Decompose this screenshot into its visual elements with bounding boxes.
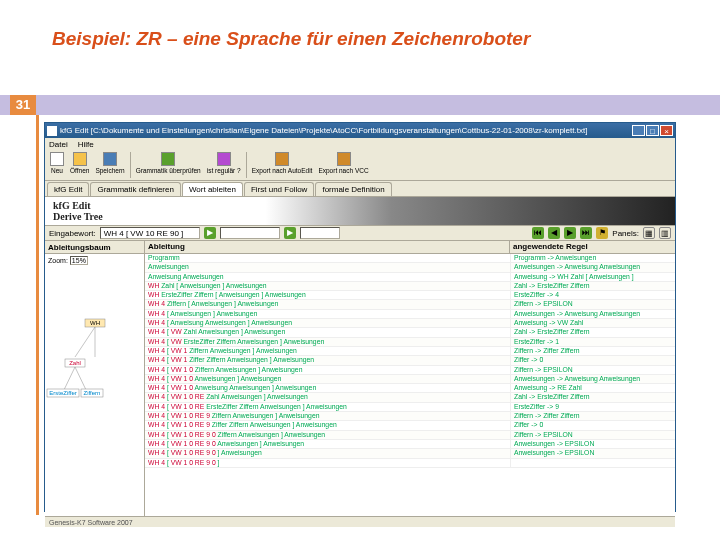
neu-icon [50,152,64,166]
svg-text:ErsteZiffer: ErsteZiffer [49,390,77,396]
panel-toggle-2[interactable]: ▥ [659,227,671,239]
menu-datei[interactable]: Datei [49,140,68,149]
ableitung-cell: WH 4 [ VW 1 Ziffern Anweisungen ] Anweis… [145,347,510,355]
regel-cell: Anweisung -> RE Zahl [510,384,675,392]
regel-cell: Zahl -> ErsteZiffer Ziffern [510,328,675,336]
table-row[interactable]: WH 4 Ziffern [ Anweisungen ] Anweisungen… [145,300,675,309]
tab-kfg-edit[interactable]: kfG Edit [47,182,89,196]
panels-label: Panels: [612,229,639,238]
table-row[interactable]: ProgrammProgramm -> Anweisungen [145,254,675,263]
close-button[interactable]: × [660,125,673,136]
toolbar-export-nach-autoedit[interactable]: Export nach AutoEdit [249,152,316,174]
regel-cell: Anweisungen -> Anweisung Anweisungen [510,310,675,318]
regel-header: angewendete Regel [510,241,675,253]
toolbar-speichern[interactable]: Speichern [92,152,127,174]
ableitung-cell: WH 4 [ VW 1 0 Anweisungen ] Anweisungen [145,375,510,383]
table-row[interactable]: WH Zahl [ Anweisungen ] AnweisungenZahl … [145,282,675,291]
ableitung-cell: WH 4 [ VW 1 0 RE 9 Ziffern Anweisungen ]… [145,412,510,420]
tab-wort-ableiten[interactable]: Wort ableiten [182,182,243,196]
-ffnen-icon [73,152,87,166]
table-row[interactable]: WH 4 [ VW 1 0 Anweisung Anweisungen ] An… [145,384,675,393]
tree-header: Ableitungsbaum [48,243,111,252]
toolbar-label: Neu [51,167,63,174]
eingabewort-input[interactable]: WH 4 [ VW 10 RE 90 ] [100,227,200,239]
ableitung-cell: WH 4 [ VW 1 0 RE 9 0 ] [145,459,510,467]
toolbar-label: Grammatik überprüfen [136,167,201,174]
minimize-button[interactable]: _ [632,125,645,136]
tab-grammatik-definieren[interactable]: Grammatik definieren [90,182,180,196]
table-row[interactable]: WH 4 [ VW 1 Ziffer Ziffern Anweisungen ]… [145,356,675,365]
table-row[interactable]: WH 4 [ Anweisung Anweisungen ] Anweisung… [145,319,675,328]
ableitung-cell: Programm [145,254,510,262]
toolbar-label: Export nach AutoEdit [252,167,313,174]
input-row: Eingabewort: WH 4 [ VW 10 RE 90 ] ▶ ▶ ⏮ … [45,225,675,241]
titlebar[interactable]: kfG Edit [C:\Dokumente und Einstellungen… [45,123,675,138]
aux-input-2[interactable] [300,227,340,239]
aux-input-1[interactable] [220,227,280,239]
table-row[interactable]: WH 4 [ VW ErsteZiffer Ziffern Anweisunge… [145,338,675,347]
toolbar-export-nach-vcc[interactable]: Export nach VCC [315,152,371,174]
export-nach-autoedit-icon [275,152,289,166]
table-row[interactable]: WH 4 [ VW 1 0 RE 9 0 Ziffern Anweisungen… [145,431,675,440]
regel-cell: ErsteZiffer -> 1 [510,338,675,346]
ableitung-header: Ableitung [145,241,510,253]
zoom-select[interactable]: 15% [70,256,88,265]
table-row[interactable]: WH 4 [ VW 1 0 RE 9 0 ] AnweisungenAnweis… [145,449,675,458]
table-row[interactable]: WH 4 [ VW Zahl Anweisungen ] Anweisungen… [145,328,675,337]
regel-cell: Anweisungen -> Anweisung Anweisungen [510,263,675,271]
table-row[interactable]: WH ErsteZiffer Ziffern [ Anweisungen ] A… [145,291,675,300]
regel-cell: Anweisungen -> Anweisung Anweisungen [510,375,675,383]
ableitung-cell: WH 4 Ziffern [ Anweisungen ] Anweisungen [145,300,510,308]
regel-cell: Ziffern -> EPSILON [510,431,675,439]
zoom-label: Zoom: [48,257,68,264]
table-row[interactable]: AnweisungenAnweisungen -> Anweisung Anwe… [145,263,675,272]
nav-next-icon[interactable]: ▶ [564,227,576,239]
ableitung-cell: WH 4 [ VW 1 0 RE 9 0 Ziffern Anweisungen… [145,431,510,439]
flag-icon[interactable]: ⚑ [596,227,608,239]
ableitung-cell: WH 4 [ VW 1 0 Ziffern Anweisungen ] Anwe… [145,366,510,374]
tree-pane[interactable]: Zoom: 15% WH Zahl ErsteZiffer Ziffern [45,254,145,516]
toolbar-separator [246,152,247,178]
tab-formale-definition[interactable]: formale Definition [315,182,391,196]
regel-cell: ErsteZiffer -> 4 [510,291,675,299]
table-row[interactable]: WH 4 [ VW 1 0 RE Zahl Anweisungen ] Anwe… [145,393,675,402]
regel-cell: Anweisung -> WH Zahl [ Anweisungen ] [510,273,675,281]
table-row[interactable]: WH 4 [ VW 1 0 RE 9 0 Anweisungen ] Anwei… [145,440,675,449]
toolbar--ffnen[interactable]: Öffnen [67,152,92,174]
go-button-2[interactable]: ▶ [284,227,296,239]
table-row[interactable]: WH 4 [ VW 1 0 Anweisungen ] AnweisungenA… [145,375,675,384]
table-row[interactable]: WH 4 [ VW 1 0 RE 9 0 ] [145,459,675,468]
toolbar-separator [130,152,131,178]
regel-cell: Ziffer -> 0 [510,356,675,364]
svg-text:Ziffern: Ziffern [84,390,101,396]
table-row[interactable]: WH 4 [ VW 1 0 Ziffern Anweisungen ] Anwe… [145,366,675,375]
panel-toggle-1[interactable]: ▦ [643,227,655,239]
app-header-l1: kfG Edit [53,200,103,211]
toolbar-label: Speichern [95,167,124,174]
table-row[interactable]: WH 4 [ VW 1 0 RE 9 Ziffern Anweisungen ]… [145,412,675,421]
nav-prev-icon[interactable]: ◀ [548,227,560,239]
regel-cell: Ziffern -> EPSILON [510,300,675,308]
svg-line-0 [75,327,95,357]
table-row[interactable]: WH 4 [ VW 1 0 RE ErsteZiffer Ziffern Anw… [145,403,675,412]
toolbar-neu[interactable]: Neu [47,152,67,174]
nav-first-icon[interactable]: ⏮ [532,227,544,239]
slide-title: Beispiel: ZR – eine Sprache für einen Ze… [52,28,530,50]
table-row[interactable]: WH 4 [ VW 1 0 RE 9 Ziffer Ziffern Anweis… [145,421,675,430]
table-row[interactable]: WH 4 [ Anweisungen ] AnweisungenAnweisun… [145,310,675,319]
maximize-button[interactable]: □ [646,125,659,136]
table-row[interactable]: Anweisung AnweisungenAnweisung -> WH Zah… [145,273,675,282]
toolbar-grammatik-berpr-fen[interactable]: Grammatik überprüfen [133,152,204,174]
ableitung-cell: WH Zahl [ Anweisungen ] Anweisungen [145,282,510,290]
ableitung-cell: WH 4 [ VW 1 0 RE 9 0 ] Anweisungen [145,449,510,457]
go-button[interactable]: ▶ [204,227,216,239]
derivation-table[interactable]: ProgrammProgramm -> AnweisungenAnweisung… [145,254,675,516]
table-row[interactable]: WH 4 [ VW 1 Ziffern Anweisungen ] Anweis… [145,347,675,356]
toolbar: NeuÖffnenSpeichernGrammatik überprüfenis… [45,151,675,181]
ableitung-cell: Anweisungen [145,263,510,271]
toolbar-label: ist regulär ? [207,167,241,174]
menu-hilfe[interactable]: Hilfe [78,140,94,149]
nav-last-icon[interactable]: ⏭ [580,227,592,239]
toolbar-ist-regul-r-[interactable]: ist regulär ? [204,152,244,174]
tab-first-und-follow[interactable]: First und Follow [244,182,314,196]
